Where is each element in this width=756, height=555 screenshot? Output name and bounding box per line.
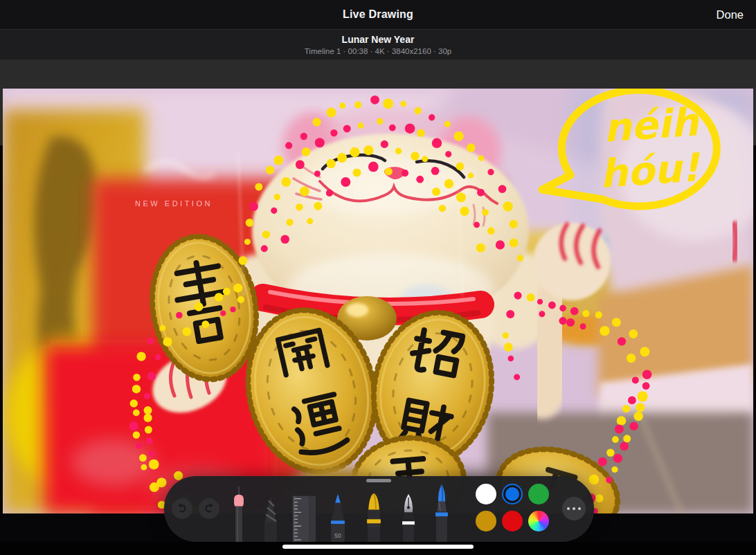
page-title: Live Drawing <box>0 8 756 21</box>
bubble-text-line2: hóu! <box>598 145 702 197</box>
live-drawing-screen: { "header": { "title": "Live Drawing", "… <box>0 0 756 555</box>
tool-crayon[interactable] <box>357 476 390 542</box>
bubble-text-line1: néih <box>602 99 701 151</box>
color-swatch-gold[interactable] <box>476 511 496 531</box>
color-swatch-white[interactable] <box>476 484 496 504</box>
undo-icon <box>175 502 189 516</box>
drawing-canvas[interactable]: NEW EDITION <box>3 89 753 513</box>
bottom-bar <box>0 542 756 555</box>
tool-eraser[interactable] <box>222 476 255 542</box>
pen-size-label: 50 <box>334 532 341 539</box>
more-dot <box>578 507 582 511</box>
project-title: Lunar New Year <box>0 34 756 45</box>
home-indicator[interactable] <box>282 545 474 549</box>
title-bar: Live Drawing Done <box>0 0 756 30</box>
tool-paintbrush-selected[interactable] <box>425 476 458 542</box>
speech-bubble: néih hóu! <box>542 90 717 206</box>
project-info-bar: Lunar New Year Timeline 1 · 00:38 · 4K ·… <box>0 30 756 60</box>
project-subtitle: Timeline 1 · 00:38 · 4K · 3840x2160 · 30… <box>0 47 756 55</box>
color-swatch-green[interactable] <box>528 484 549 504</box>
tool-ruler[interactable] <box>288 476 321 542</box>
redo-button[interactable] <box>199 498 219 519</box>
color-swatch-blue[interactable] <box>502 484 523 504</box>
more-options-button[interactable] <box>562 497 586 520</box>
drawing-toolbar: 50 <box>164 476 594 542</box>
dotted-halo-strokes <box>129 95 651 513</box>
tool-pen[interactable]: 50 <box>321 476 354 542</box>
tool-fountain-pen[interactable] <box>392 476 425 542</box>
redo-icon <box>202 502 216 516</box>
done-button[interactable]: Done <box>717 8 744 21</box>
more-dot <box>567 507 570 511</box>
tool-pencil[interactable] <box>254 476 287 542</box>
ink-overlay: néih hóu! <box>3 89 753 513</box>
color-swatch-red[interactable] <box>502 511 523 531</box>
more-dot <box>573 507 576 511</box>
undo-button[interactable] <box>172 498 192 519</box>
color-swatch-spectrum[interactable] <box>528 511 549 531</box>
